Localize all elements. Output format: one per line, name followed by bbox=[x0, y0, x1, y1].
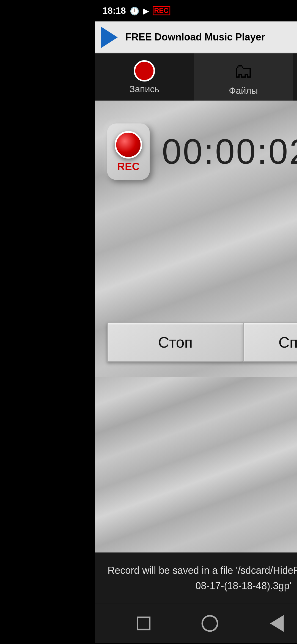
tab-record[interactable]: Запись bbox=[95, 53, 194, 101]
home-icon bbox=[202, 615, 218, 632]
tab-schedule[interactable]: ⏰ Расписание bbox=[293, 53, 297, 101]
status-message: Record will be saved in a file '/sdcard/… bbox=[95, 553, 297, 604]
status-bar: 18:18 🕐 ▶ REC 📶 📶 📶 55 bbox=[95, 0, 297, 21]
alarm-icon: 🕐 bbox=[130, 7, 139, 15]
time-display: 18:18 bbox=[103, 5, 126, 16]
tab-files-label: Файлы bbox=[229, 85, 258, 96]
record-dot-icon bbox=[134, 60, 155, 81]
tab-bar: Запись 🗂 Файлы ⏰ Расписание bbox=[95, 53, 297, 101]
files-icon: 🗂 bbox=[233, 59, 253, 83]
nav-bar bbox=[95, 604, 297, 643]
nav-recent-button[interactable] bbox=[130, 610, 157, 637]
back-icon bbox=[270, 615, 284, 632]
youtube-icon: ▶ bbox=[143, 7, 149, 15]
lower-area bbox=[95, 377, 297, 553]
ad-play-icon bbox=[101, 26, 118, 48]
rec-dot-icon bbox=[115, 131, 142, 159]
rec-label: REC bbox=[117, 160, 140, 172]
content-wrapper: REC 00:00:02 Стоп Спрятать Record will b… bbox=[95, 101, 297, 643]
recent-apps-icon bbox=[137, 616, 150, 630]
hide-button[interactable]: Спрятать bbox=[243, 322, 297, 362]
nav-back-button[interactable] bbox=[263, 610, 290, 637]
status-bar-left: 18:18 🕐 ▶ REC bbox=[103, 5, 170, 16]
app-container: 18:18 🕐 ▶ REC 📶 📶 📶 55 FREE Download Mus… bbox=[95, 0, 297, 643]
action-buttons: Стоп Спрятать bbox=[107, 322, 297, 362]
nav-home-button[interactable] bbox=[196, 610, 224, 637]
ad-text: FREE Download Music Player bbox=[125, 31, 297, 43]
tab-record-label: Запись bbox=[129, 83, 159, 94]
rec-status-icon: REC bbox=[153, 6, 170, 15]
main-content: REC 00:00:02 Стоп Спрятать bbox=[95, 101, 297, 377]
tab-files[interactable]: 🗂 Файлы bbox=[194, 53, 293, 101]
rec-button[interactable]: REC bbox=[107, 124, 150, 180]
recording-section: REC 00:00:02 bbox=[107, 116, 297, 180]
timer-display: 00:00:02 bbox=[162, 131, 297, 172]
stop-button[interactable]: Стоп bbox=[107, 322, 243, 362]
spacer bbox=[107, 195, 297, 322]
ad-banner[interactable]: FREE Download Music Player ⬇ bbox=[95, 21, 297, 53]
